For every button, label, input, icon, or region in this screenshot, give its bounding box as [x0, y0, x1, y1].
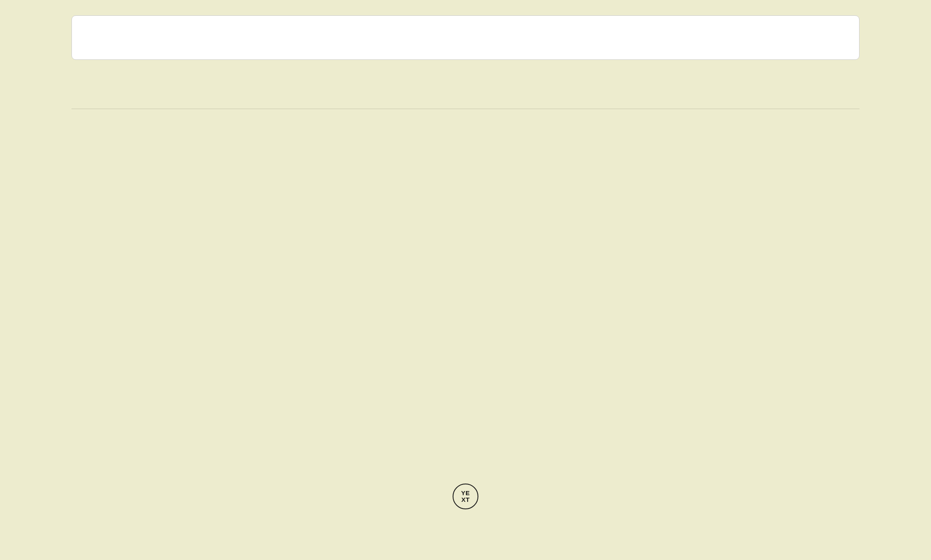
search-input[interactable]: [71, 15, 860, 60]
yext-line-2: XT: [461, 496, 470, 503]
logo-section: YE XT: [453, 484, 478, 509]
yext-logo-text: YE XT: [461, 490, 470, 503]
page-container: [0, 0, 931, 109]
yext-line-1: YE: [461, 490, 470, 496]
divider: [71, 108, 860, 109]
yext-logo[interactable]: YE XT: [453, 484, 478, 509]
search-container: [71, 0, 860, 60]
